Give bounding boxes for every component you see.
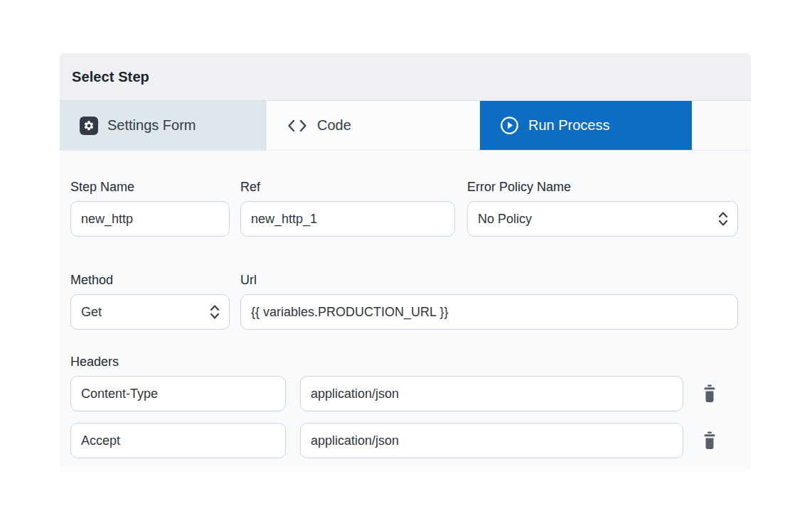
tab-code[interactable]: Code xyxy=(267,101,480,150)
ref-label: Ref xyxy=(240,179,467,195)
panel-title: Select Step xyxy=(72,69,149,85)
step-name-input[interactable] xyxy=(70,201,230,237)
tab-bar: Settings Form Code Run Process xyxy=(60,101,751,151)
chevron-up-down-icon xyxy=(715,210,731,228)
step-name-label: Step Name xyxy=(70,179,240,195)
trash-icon xyxy=(701,384,718,404)
settings-form: Step Name Ref Error Policy Name No Polic… xyxy=(60,151,751,471)
ref-field-group: Ref xyxy=(240,179,467,237)
header-key-input[interactable] xyxy=(70,423,286,458)
step-name-field-group: Step Name xyxy=(70,179,240,237)
chevron-up-down-icon xyxy=(207,303,223,321)
header-value-input[interactable] xyxy=(300,376,683,411)
panel-header: Select Step xyxy=(60,53,751,101)
tab-run-process-label: Run Process xyxy=(528,117,610,134)
delete-header-button[interactable] xyxy=(699,428,720,453)
select-step-panel: Select Step Settings Form Code xyxy=(60,53,751,471)
tab-settings-form[interactable]: Settings Form xyxy=(60,101,267,150)
header-key-input[interactable] xyxy=(70,376,286,411)
error-policy-field-group: Error Policy Name No Policy xyxy=(467,179,738,237)
code-icon xyxy=(287,118,308,134)
delete-header-button[interactable] xyxy=(699,382,720,406)
header-value-input[interactable] xyxy=(300,423,683,458)
method-selected-value: Get xyxy=(81,305,102,320)
ref-input[interactable] xyxy=(240,201,455,237)
tab-settings-form-label: Settings Form xyxy=(107,117,196,134)
method-label: Method xyxy=(70,272,240,288)
error-policy-select[interactable]: No Policy xyxy=(467,201,738,237)
header-row xyxy=(70,376,738,411)
play-icon xyxy=(500,116,519,135)
tab-code-label: Code xyxy=(317,117,351,134)
tab-run-process[interactable]: Run Process xyxy=(480,101,692,150)
url-input[interactable] xyxy=(240,294,738,330)
header-row xyxy=(70,423,738,458)
error-policy-selected-value: No Policy xyxy=(478,212,532,227)
method-field-group: Method Get xyxy=(70,272,240,330)
headers-label: Headers xyxy=(70,354,738,370)
error-policy-label: Error Policy Name xyxy=(467,179,738,195)
method-select[interactable]: Get xyxy=(70,294,230,330)
url-label: Url xyxy=(240,272,738,288)
headers-section: Headers xyxy=(70,354,738,458)
url-field-group: Url xyxy=(240,272,738,330)
gear-icon xyxy=(80,117,98,135)
trash-icon xyxy=(701,431,718,451)
